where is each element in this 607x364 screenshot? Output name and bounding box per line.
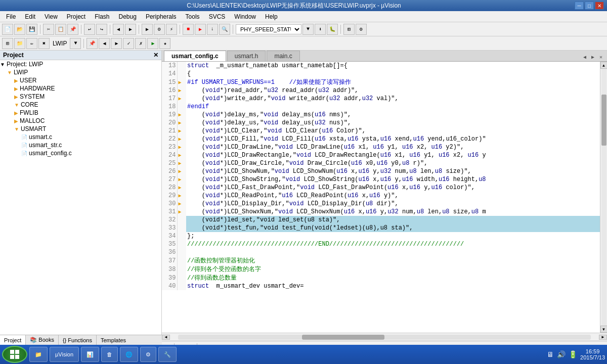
tree-item-11[interactable]: 📄 usmart_config.c <box>0 149 161 157</box>
system-clock[interactable]: 16:59 2015/7/13 <box>580 348 605 360</box>
tree-item-7[interactable]: ▶ MALLOC <box>0 117 161 125</box>
tab-functions[interactable]: {} Functions <box>59 335 97 341</box>
tb2-btn1[interactable]: ⊞ <box>2 38 13 49</box>
scroll-left-button[interactable]: ◀ <box>162 335 170 340</box>
code-line-35[interactable]: 35////////////////////////////////////EN… <box>162 240 600 248</box>
tree-item-4[interactable]: ▶ SYSTEM <box>0 93 161 101</box>
sidebar-close[interactable]: ✕ <box>153 52 158 59</box>
cut-button[interactable]: ✂ <box>43 24 54 35</box>
close-button[interactable]: ✕ <box>595 2 604 10</box>
menu-item-project[interactable]: Project <box>63 12 90 21</box>
config-button[interactable]: ⚙ <box>356 24 367 35</box>
taskbar-app2[interactable]: 🔧 <box>158 347 177 362</box>
menu-item-peripherals[interactable]: Peripherals <box>142 12 181 21</box>
new-file-button[interactable]: 📄 <box>2 24 13 35</box>
code-line-17[interactable]: 17▶ (void*)write_addr,"void write_addr(u… <box>162 95 600 103</box>
tray-battery[interactable]: 🔋 <box>569 350 577 358</box>
tab-usmart_h[interactable]: usmart.h <box>227 51 266 61</box>
hscroll-thumb[interactable] <box>302 335 384 340</box>
tray-volume[interactable]: 🔊 <box>557 350 566 358</box>
code-line-25[interactable]: 25▶ (void*)LCD_Draw_Circle,"void Draw_Ci… <box>162 159 600 167</box>
menu-item-file[interactable]: File <box>2 12 20 21</box>
taskbar-app1[interactable]: ⚙ <box>140 347 156 362</box>
save-button[interactable]: 💾 <box>26 24 37 35</box>
menu-item-debug[interactable]: Debug <box>115 12 141 21</box>
minimize-button[interactable]: ─ <box>575 2 584 10</box>
code-line-27[interactable]: 27▶ (void*)LCD_ShowString,"void LCD_Show… <box>162 175 600 184</box>
tree-item-1[interactable]: ▼ LWIP <box>0 68 161 76</box>
windows-button[interactable]: ⊞ <box>343 24 355 35</box>
vertical-scrollbar[interactable]: ▲ ▼ <box>600 62 607 333</box>
code-line-24[interactable]: 24▶ (void*)LCD_DrawRectangle,"void LCD_D… <box>162 151 600 159</box>
target-dropdown[interactable]: PHY_SPEED_STATUS <box>236 24 301 34</box>
forward-button[interactable]: ▶ <box>125 24 136 35</box>
code-line-29[interactable]: 29▶ (void*)LCD_ReadPoint,"u16 LCD_ReadPo… <box>162 192 600 200</box>
paste-button[interactable]: 📌 <box>67 24 78 35</box>
code-line-23[interactable]: 23▶ (void*)LCD_DrawLine,"void LCD_DrawLi… <box>162 143 600 151</box>
tree-item-10[interactable]: 📄 usmart_str.c <box>0 141 161 149</box>
copy-button[interactable]: 📋 <box>55 24 66 35</box>
tb2-x[interactable]: ✗ <box>135 38 146 49</box>
menu-item-window[interactable]: Window <box>230 12 260 21</box>
code-line-28[interactable]: 28▶ (void*)LCD_Fast_DrawPoint,"void LCD_… <box>162 184 600 192</box>
tb2-star[interactable]: ★ <box>159 38 170 49</box>
rebuild-button[interactable]: ⚙ <box>154 24 165 35</box>
tb2-dropdown[interactable]: ▼ <box>70 38 81 49</box>
menu-item-help[interactable]: Help <box>261 12 282 21</box>
tree-item-0[interactable]: ▼ Project: LWIP <box>0 60 161 68</box>
tab-close[interactable]: ✕ <box>597 53 605 61</box>
code-line-39[interactable]: 39//得到函数总数量 <box>162 274 600 282</box>
tree-item-3[interactable]: ▶ HARDWARE <box>0 84 161 93</box>
menu-item-tools[interactable]: Tools <box>182 12 204 21</box>
hscroll-track[interactable] <box>178 335 591 340</box>
tree-item-6[interactable]: ▶ FWLIB <box>0 109 161 117</box>
redo-button[interactable]: ↪ <box>96 24 107 35</box>
code-line-22[interactable]: 22▶ (void*)LCD_Fill,"void LCD_Fill(u16 x… <box>162 135 600 143</box>
code-line-30[interactable]: 30▶ (void*)LCD_Display_Dir,"void LCD_Dis… <box>162 200 600 208</box>
code-line-34[interactable]: 34}; <box>162 232 600 240</box>
tb2-run[interactable]: ▶ <box>147 38 158 49</box>
code-line-16[interactable]: 16▶ (void*)read_addr,"u32 read_addr(u32 … <box>162 86 600 95</box>
code-line-14[interactable]: 14{ <box>162 70 600 78</box>
run-button[interactable]: ▶ <box>195 24 206 35</box>
scroll-thumb[interactable] <box>601 95 606 146</box>
code-line-31[interactable]: 31▶ (void*)LCD_ShowxNum,"void LCD_ShowxN… <box>162 208 600 216</box>
step-button[interactable]: ↓ <box>207 24 218 35</box>
code-line-33[interactable]: 33 (void*)test_fun,"void test_fun(void(*… <box>162 224 600 232</box>
tree-item-5[interactable]: ▼ CORE <box>0 101 161 109</box>
taskbar-folder[interactable]: 📁 <box>29 347 48 362</box>
tree-item-9[interactable]: 📄 usmart.c <box>0 133 161 141</box>
tab-templates[interactable]: Templates <box>97 335 130 341</box>
code-line-20[interactable]: 20▶ (void*)delay_us,"void delay_us(u32 n… <box>162 119 600 127</box>
code-line-40[interactable]: 40struct m_usmart_dev usmart_dev= <box>162 282 600 290</box>
undo-button[interactable]: ↩ <box>84 24 95 35</box>
tb2-pin[interactable]: 📌 <box>86 38 98 49</box>
start-button[interactable] <box>2 346 27 363</box>
menu-item-svcs[interactable]: SVCS <box>205 12 230 21</box>
taskbar-uvision[interactable]: µVision <box>50 347 79 362</box>
open-file-button[interactable]: 📂 <box>14 24 25 35</box>
target-settings-button[interactable]: ▼ <box>302 24 314 35</box>
horizontal-scrollbar[interactable]: ◀ ▶ <box>162 333 607 341</box>
debug-button[interactable]: 🐛 <box>327 24 338 35</box>
back-button[interactable]: ◀ <box>113 24 124 35</box>
code-editor[interactable]: 13struct _m_usmart_nametab usmart_nameta… <box>162 62 600 333</box>
tab-main_c[interactable]: main.c <box>267 51 299 61</box>
tb2-btn4[interactable]: ✖ <box>38 38 50 49</box>
tb2-btn2[interactable]: 📁 <box>14 38 25 49</box>
menu-item-view[interactable]: View <box>40 12 62 21</box>
tb2-btn3[interactable]: ✏ <box>26 38 37 49</box>
build-button[interactable]: ▶ <box>142 24 153 35</box>
tb2-check[interactable]: ✓ <box>123 38 134 49</box>
menu-item-flash[interactable]: Flash <box>91 12 113 21</box>
tb2-right[interactable]: ▶ <box>111 38 122 49</box>
scroll-track[interactable] <box>601 69 606 326</box>
scroll-down-button[interactable]: ▼ <box>600 326 608 333</box>
tab-books[interactable]: 📚 Books <box>26 335 59 341</box>
taskbar-browser[interactable]: 🌐 <box>120 347 138 362</box>
titlebar-controls[interactable]: ─ □ ✕ <box>575 2 604 10</box>
maximize-button[interactable]: □ <box>585 2 594 10</box>
scroll-right-button[interactable]: ▶ <box>599 335 607 340</box>
load-button[interactable]: ⬇ <box>315 24 326 35</box>
code-line-38[interactable]: 38//得到各个受控函数的名字 <box>162 265 600 274</box>
